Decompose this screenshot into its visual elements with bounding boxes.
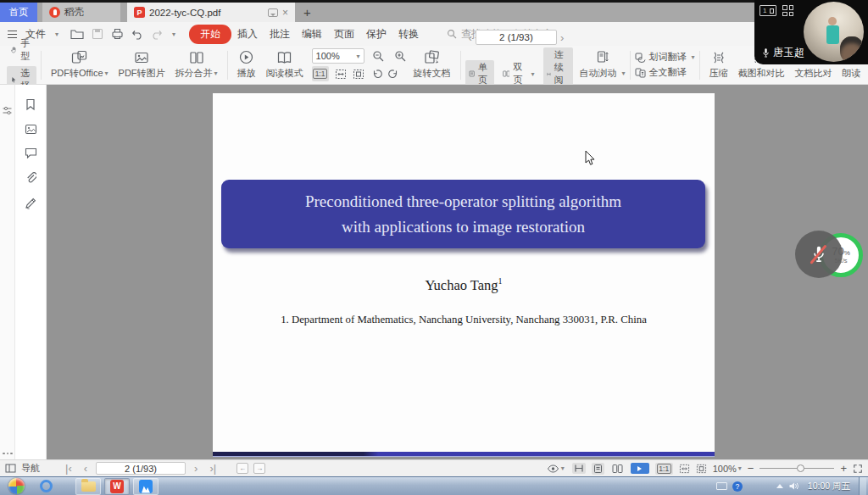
zoom-slider-knob[interactable] — [797, 464, 804, 472]
comment-panel-icon[interactable] — [25, 147, 37, 159]
zoom-slider-minus[interactable]: − — [748, 462, 754, 475]
nav-toggle[interactable]: 导航 — [5, 462, 40, 475]
taskbar-browser-icon[interactable] — [33, 478, 58, 495]
comment-bubble-icon[interactable] — [268, 8, 278, 17]
menu-start[interactable]: 开始 — [189, 25, 231, 44]
redo-icon[interactable] — [151, 29, 163, 40]
page-number-input-status[interactable]: 2 (1/93) — [96, 462, 186, 475]
menu-page[interactable]: 页面 — [328, 27, 360, 42]
word-translate-button[interactable]: 划词翻译 ▾ — [635, 51, 695, 64]
split-merge-button[interactable]: 拆分合并▾ — [170, 49, 223, 81]
meeting-float-widget[interactable]: 70% 5K/s — [795, 229, 863, 281]
page-number-input[interactable]: 2 (1/93) — [476, 30, 557, 45]
view-back-button[interactable]: ← — [236, 463, 248, 474]
show-desktop-button[interactable] — [859, 477, 866, 495]
continuous-read-toggle-status[interactable] — [572, 463, 586, 474]
actual-size-button[interactable]: 1:1 — [312, 66, 329, 81]
full-translate-button[interactable]: 全文翻译 — [635, 66, 695, 79]
pdf-to-office-button[interactable]: PDF转Office▾ — [46, 48, 114, 81]
zoom-slider[interactable] — [760, 468, 834, 469]
print-icon[interactable] — [111, 28, 124, 40]
fit-page-icon[interactable] — [696, 464, 707, 474]
zoom-in-button[interactable] — [392, 48, 409, 64]
play-button[interactable]: 播放 — [232, 48, 261, 81]
chevron-down-icon[interactable]: ▾ — [172, 31, 175, 38]
rotate-right-icon[interactable] — [388, 69, 400, 80]
taskbar-wps-icon[interactable]: W — [104, 478, 130, 495]
menu-insert[interactable]: 插入 — [231, 27, 264, 42]
last-page-button[interactable]: ›| — [206, 462, 220, 475]
rotate-doc-button[interactable]: 旋转文档 — [409, 48, 456, 81]
pdf-page[interactable]: Preconditioned three-operator splitting … — [213, 93, 715, 452]
auto-scroll-icon[interactable] — [596, 50, 609, 64]
input-method-icon[interactable] — [716, 482, 727, 490]
next-page-button[interactable]: › — [557, 31, 567, 44]
split-merge-icon — [189, 51, 204, 64]
mic-muted-button[interactable] — [795, 231, 843, 278]
adjust-sliders-icon[interactable] — [2, 105, 13, 116]
actual-size-toggle-status[interactable]: 1:1 — [655, 463, 673, 475]
help-tray-icon[interactable]: ? — [732, 481, 743, 492]
double-page-toggle-status[interactable] — [610, 463, 625, 475]
first-page-button[interactable]: |‹ — [62, 462, 75, 475]
fullscreen-icon[interactable] — [853, 464, 863, 474]
zoom-slider-plus[interactable]: + — [840, 462, 847, 475]
tab-home[interactable]: 首页 — [0, 3, 37, 22]
author-superscript: 1 — [498, 276, 503, 286]
pdf-to-image-button[interactable]: PDF转图片 — [114, 49, 170, 81]
speaker-icon[interactable] — [788, 481, 799, 491]
slideshow-play-button[interactable] — [631, 463, 649, 474]
fit-page-icon[interactable] — [353, 69, 364, 80]
book-icon — [276, 51, 292, 64]
speaker-view-icon[interactable]: 1 — [760, 5, 776, 16]
zoom-select-status[interactable]: 100%▾ — [713, 464, 742, 474]
attachment-icon[interactable] — [25, 171, 36, 184]
tab-document-label: 2022-tyc-CQ.pdf — [149, 8, 264, 18]
compress-label: 压缩 — [709, 67, 728, 80]
single-page-button[interactable]: 单页 — [465, 60, 494, 87]
taskbar-clock[interactable]: 10:00 周五 — [808, 481, 850, 491]
tab-home-label: 首页 — [9, 6, 29, 19]
new-tab-button[interactable]: + — [303, 3, 311, 22]
fit-width-icon[interactable] — [679, 464, 690, 474]
close-tab-icon[interactable]: × — [282, 7, 288, 19]
rail-more-icon[interactable] — [3, 453, 13, 455]
status-bar: 导航 |‹ ‹ 2 (1/93) › ›| ← → ▾ 1:1 100%▾ − — [0, 459, 868, 476]
bookmark-icon[interactable] — [25, 98, 36, 111]
next-page-button-status[interactable]: › — [191, 462, 201, 475]
menu-protect[interactable]: 保护 — [360, 27, 392, 42]
zoom-out-button[interactable] — [370, 48, 387, 64]
taskbar-explorer-icon[interactable] — [75, 478, 101, 495]
prev-page-button[interactable]: ‹ — [465, 31, 476, 44]
start-button[interactable] — [8, 478, 25, 494]
webcam-overlay[interactable]: 1 唐玉超 — [754, 0, 868, 64]
menu-edit[interactable]: 编辑 — [296, 27, 328, 42]
double-page-button[interactable]: 双页 ▾ — [499, 60, 538, 87]
tray-expand-icon[interactable] — [776, 484, 783, 488]
prev-page-button-status[interactable]: ‹ — [81, 462, 91, 475]
undo-icon[interactable] — [131, 29, 143, 40]
fit-width-icon[interactable] — [335, 69, 347, 80]
save-icon[interactable] — [92, 28, 103, 40]
view-forward-button[interactable]: → — [253, 463, 265, 474]
auto-scroll-button[interactable]: 自动浏动▾ — [580, 67, 626, 80]
read-mode-button[interactable]: 阅读模式 — [261, 49, 309, 81]
menu-convert[interactable]: 转换 — [392, 27, 425, 42]
open-folder-icon[interactable] — [70, 28, 84, 40]
menu-annotate[interactable]: 批注 — [264, 27, 296, 42]
single-page-toggle-status[interactable] — [592, 463, 604, 475]
tab-document[interactable]: P 2022-tyc-CQ.pdf × — [127, 3, 295, 22]
eye-protect-button[interactable]: ▾ — [545, 464, 566, 474]
image-panel-icon[interactable] — [25, 124, 37, 135]
rotate-left-icon[interactable] — [370, 69, 382, 80]
tab-docer[interactable]: 稻壳 — [42, 3, 120, 22]
signature-stamp-icon[interactable] — [25, 197, 37, 209]
menu-start-label: 开始 — [200, 28, 220, 40]
zoom-select[interactable]: 100% ▾ — [312, 48, 364, 64]
document-canvas[interactable]: Preconditioned three-operator splitting … — [47, 85, 868, 459]
taskbar-meeting-icon[interactable] — [133, 478, 159, 495]
compress-button[interactable]: 压缩 — [704, 49, 733, 81]
webcam-person-far — [828, 17, 837, 25]
hand-tool-button[interactable]: 手型 — [7, 36, 36, 64]
gallery-view-icon[interactable] — [782, 5, 793, 16]
